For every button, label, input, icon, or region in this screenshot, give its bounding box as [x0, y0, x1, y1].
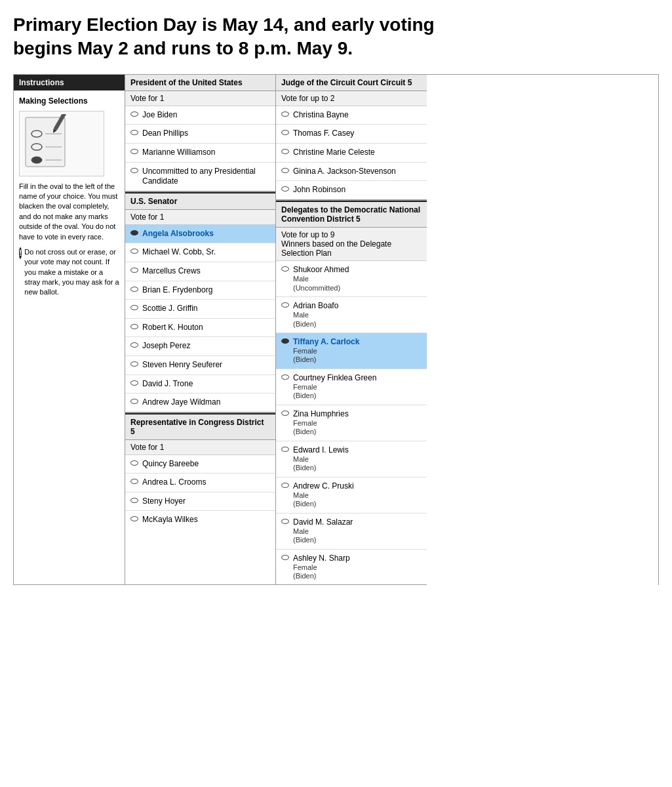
- candidate-sub2: (Biden): [293, 536, 353, 544]
- candidate-name: Michael W. Cobb, Sr.: [142, 247, 216, 258]
- race-senator-candidate-2[interactable]: Marcellus Crews: [125, 262, 275, 281]
- race-congress-votefor: Vote for 1: [125, 440, 275, 455]
- candidate-name: Christina Bayne: [293, 110, 349, 121]
- svg-point-3: [31, 157, 42, 163]
- race-president-candidate-1[interactable]: Dean Phillips: [125, 125, 275, 144]
- oval-icon: [130, 268, 138, 273]
- candidate-sub2: (Biden): [293, 464, 349, 472]
- race-senator-candidate-9[interactable]: Andrew Jaye Wildman: [125, 394, 275, 412]
- race-congress-candidate-2[interactable]: Steny Hoyer: [125, 493, 275, 512]
- oval-icon: [281, 519, 289, 524]
- oval-icon: [130, 361, 138, 367]
- candidate-name: Andrea L. Crooms: [142, 477, 206, 488]
- race-president-candidate-2[interactable]: Marianne Williamson: [125, 144, 275, 163]
- race-senator: U.S. Senator Vote for 1 Angela Alsobrook…: [125, 192, 275, 413]
- oval-icon: [281, 483, 289, 488]
- candidate-sub1: Male: [293, 275, 349, 283]
- race-senator-candidate-6[interactable]: Joseph Perez: [125, 337, 275, 356]
- candidate-name: Ashley N. Sharp: [293, 554, 350, 564]
- race-delegates-candidate-6[interactable]: Andrew C. Pruski Male (Biden): [276, 477, 427, 514]
- candidate-name: Joseph Perez: [142, 341, 190, 352]
- candidate-name: Robert K. Houton: [142, 323, 203, 333]
- race-president: President of the United States Vote for …: [125, 75, 275, 192]
- race-judge-candidate-3[interactable]: Ginina A. Jackson-Stevenson: [276, 163, 427, 182]
- race-congress-candidate-1[interactable]: Andrea L. Crooms: [125, 474, 275, 493]
- race-senator-votefor: Vote for 1: [125, 210, 275, 225]
- candidate-sub1: Female: [293, 383, 376, 392]
- oval-icon: [130, 130, 138, 135]
- oval-icon: [130, 460, 138, 466]
- race-senator-candidate-3[interactable]: Brian E. Frydenborg: [125, 281, 275, 300]
- candidate-name: Quincy Bareebe: [142, 459, 199, 470]
- candidate-name: Marcellus Crews: [142, 266, 201, 277]
- race-delegates-candidate-0[interactable]: Shukoor Ahmed Male (Uncommitted): [276, 261, 427, 297]
- race-senator-candidate-7[interactable]: Steven Henry Seuferer: [125, 356, 275, 375]
- candidate-name: David M. Salazar: [293, 517, 353, 528]
- oval-icon: [130, 479, 138, 484]
- race-delegates: Delegates to the Democratic National Con…: [276, 201, 427, 585]
- candidate-name: McKayla Wilkes: [142, 515, 198, 525]
- candidate-name: Courtney Finklea Green: [293, 373, 376, 384]
- race-judge-candidate-0[interactable]: Christina Bayne: [276, 106, 427, 125]
- race-judge-candidate-2[interactable]: Christine Marie Celeste: [276, 144, 427, 163]
- race-delegates-candidate-5[interactable]: Edward I. Lewis Male (Biden): [276, 441, 427, 477]
- race-senator-candidate-0[interactable]: Angela Alsobrooks: [125, 225, 275, 244]
- race-delegates-candidate-1[interactable]: Adrian Boafo Male (Biden): [276, 297, 427, 333]
- race-senator-candidate-1[interactable]: Michael W. Cobb, Sr.: [125, 243, 275, 262]
- race-judge-header: Judge of the Circuit Court Circuit 5: [276, 75, 427, 91]
- oval-icon: [281, 149, 289, 154]
- candidate-sub2: (Biden): [293, 355, 359, 364]
- instructions-column: Instructions Making Selections: [14, 75, 125, 586]
- oval-icon: [281, 111, 289, 117]
- race-president-candidate-3[interactable]: Uncommitted to any Presidential Candidat…: [125, 163, 275, 191]
- race-judge: Judge of the Circuit Court Circuit 5 Vot…: [276, 75, 427, 201]
- fill-instructions: Fill in the oval to the left of the name…: [19, 182, 119, 242]
- oval-icon: [130, 168, 138, 173]
- candidate-name: Thomas F. Casey: [293, 129, 354, 139]
- instructions-header: Instructions: [14, 75, 125, 91]
- race-delegates-candidate-3[interactable]: Courtney Finklea Green Female (Biden): [276, 369, 427, 405]
- oval-icon: [130, 305, 138, 310]
- oval-icon: [130, 324, 138, 329]
- candidate-name: Ginina A. Jackson-Stevenson: [293, 167, 396, 177]
- candidate-name: Zina Humphries: [293, 409, 349, 420]
- candidate-sub1: Female: [293, 563, 350, 572]
- candidate-name: Tiffany A. Carlock: [293, 337, 359, 348]
- oval-icon: [130, 498, 138, 503]
- race-delegates-candidate-7[interactable]: David M. Salazar Male (Biden): [276, 514, 427, 550]
- race-delegates-candidate-4[interactable]: Zina Humphries Female (Biden): [276, 405, 427, 441]
- candidate-sub1: Male: [293, 455, 349, 464]
- candidate-sub1: Male: [293, 491, 354, 500]
- race-president-candidate-0[interactable]: Joe Biden: [125, 106, 275, 125]
- candidate-sub2: (Biden): [293, 428, 349, 436]
- page-headline: Primary Election Day is May 14, and earl…: [13, 13, 472, 61]
- candidate-name: John Robinson: [293, 185, 346, 195]
- candidate-name: Andrew C. Pruski: [293, 481, 354, 492]
- race-delegates-candidate-8[interactable]: Ashley N. Sharp Female (Biden): [276, 550, 427, 585]
- race-judge-candidate-1[interactable]: Thomas F. Casey: [276, 125, 427, 144]
- candidate-sub1: Male: [293, 527, 353, 536]
- candidate-name: Steny Hoyer: [142, 496, 186, 507]
- candidate-sub2: (Uncommitted): [293, 284, 349, 293]
- oval-icon: [281, 374, 289, 380]
- oval-icon: [281, 186, 289, 192]
- candidate-sub1: Female: [293, 419, 349, 428]
- candidate-sub1: Female: [293, 347, 359, 355]
- race-senator-header: U.S. Senator: [125, 193, 275, 210]
- candidate-name: Angela Alsobrooks: [142, 229, 214, 239]
- race-delegates-header: Delegates to the Democratic National Con…: [276, 202, 427, 228]
- race-congress-candidate-0[interactable]: Quincy Bareebe: [125, 455, 275, 474]
- oval-icon: [130, 516, 138, 521]
- warning-icon: !: [19, 247, 22, 259]
- candidate-name: Uncommitted to any Presidential Candidat…: [142, 167, 270, 187]
- race-senator-candidate-4[interactable]: Scottie J. Griffin: [125, 300, 275, 319]
- race-senator-candidate-8[interactable]: David J. Trone: [125, 375, 275, 394]
- oval-icon: [281, 168, 289, 173]
- race-congress-candidate-3[interactable]: McKayla Wilkes: [125, 511, 275, 529]
- race-president-header: President of the United States: [125, 75, 275, 91]
- race-delegates-candidate-2[interactable]: Tiffany A. Carlock Female (Biden): [276, 333, 427, 369]
- oval-icon: [130, 287, 138, 292]
- race-judge-candidate-4[interactable]: John Robinson: [276, 181, 427, 199]
- oval-icon: [130, 149, 138, 154]
- race-senator-candidate-5[interactable]: Robert K. Houton: [125, 319, 275, 338]
